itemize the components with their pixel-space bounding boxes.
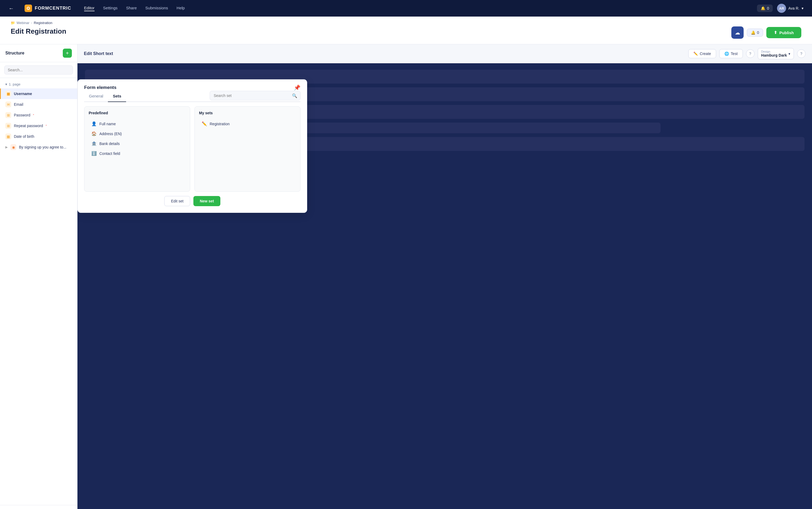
my-sets-column: My sets ✏️ Registration (195, 106, 301, 192)
set-item-registration[interactable]: ✏️ Registration (199, 119, 296, 129)
sidebar-item-label: Email (14, 102, 23, 107)
sidebar-content: ▾ 1. page ▦ Username ✉ Email ⊞ Password … (0, 78, 77, 505)
sidebar-bottom: 📄 Add page (0, 505, 77, 509)
back-button[interactable]: ← (8, 6, 14, 11)
breadcrumb-folder-icon: 📁 (11, 21, 15, 25)
logo-icon (25, 4, 32, 12)
sidebar-title: Structure (5, 51, 24, 56)
tab-sets[interactable]: Sets (108, 92, 126, 102)
sets-columns: Predefined 👤 Full name 🏠 Address (EN) 🏦 … (78, 102, 307, 196)
publish-label: Publish (779, 30, 794, 35)
dob-icon: ▦ (5, 134, 11, 139)
chevron-down-icon-page: ▾ (5, 82, 7, 86)
sidebar-item-terms[interactable]: ▶ ◉ By signing up you agree to... (0, 142, 77, 152)
search-set-input[interactable] (210, 91, 301, 100)
nav-editor[interactable]: Editor (84, 6, 95, 11)
test-button[interactable]: 🌐 Test (719, 49, 743, 58)
form-elements-panel: Form elements 📌 General Sets 🔍 (77, 79, 307, 213)
editor-toolbar-title: Edit Short text (84, 51, 113, 56)
notification-button[interactable]: 🔔 0 (757, 4, 773, 12)
user-name: Ava R. (788, 6, 800, 10)
help-button-2[interactable]: ? (797, 49, 806, 58)
set-item-fullname[interactable]: 👤 Full name (89, 119, 185, 129)
pencil-icon: ✏️ (202, 121, 207, 126)
panel-header: Form elements 📌 (78, 79, 307, 91)
page-label-text: 1. page (9, 82, 20, 86)
sidebar-add-button[interactable]: + (63, 48, 72, 58)
sidebar: Structure + ▾ 1. page ▦ Username ✉ Email… (0, 44, 77, 509)
set-item-label: Contact field (99, 151, 120, 156)
required-indicator: * (33, 114, 34, 117)
publish-button[interactable]: ⬆ Publish (766, 27, 801, 38)
page-title: Edit Registration (11, 27, 66, 40)
bank-icon: 🏦 (91, 141, 97, 146)
editor-toolbar: Edit Short text ✏️ Create 🌐 Test ? Desig… (77, 44, 812, 63)
nav-help[interactable]: Help (176, 6, 185, 11)
create-label: Create (700, 52, 711, 56)
pencil-icon: ✏️ (693, 52, 698, 56)
nav-links: Editor Settings Share Submissions Help (84, 6, 185, 11)
sidebar-item-password[interactable]: ⊞ Password * (0, 110, 77, 121)
breadcrumb: 📁 Webinar › Registration (11, 21, 801, 25)
sidebar-item-email[interactable]: ✉ Email (0, 99, 77, 110)
app-logo: FORMCENTRIC (25, 4, 71, 12)
my-sets-title: My sets (199, 111, 296, 115)
design-label-small: Design (761, 50, 787, 53)
cloud-save-button[interactable]: ☁ (731, 27, 744, 39)
top-navigation: ← FORMCENTRIC Editor Settings Share Subm… (0, 0, 812, 16)
info-icon: ℹ️ (91, 151, 97, 156)
nav-right: 🔔 0 AR Ava R. ▾ (757, 4, 804, 13)
breadcrumb-current: Registration (34, 21, 53, 25)
create-button[interactable]: ✏️ Create (688, 49, 716, 58)
username-icon: ▦ (5, 91, 11, 97)
nav-share[interactable]: Share (126, 6, 137, 11)
sidebar-item-dob[interactable]: ▦ Date of birth (0, 131, 77, 142)
svg-point-2 (28, 7, 29, 9)
home-icon: 🏠 (91, 131, 97, 136)
person-icon: 👤 (91, 121, 97, 126)
bell-icon-2: 🔔 (751, 30, 755, 35)
avatar: AR (777, 4, 786, 13)
design-label-main: Hamburg Dark (761, 53, 787, 58)
terms-icon: ◉ (10, 144, 16, 150)
sidebar-item-label: Repeat password (14, 124, 43, 128)
breadcrumb-separator: › (31, 21, 32, 25)
new-set-button[interactable]: New set (193, 196, 221, 206)
set-item-label: Registration (210, 122, 230, 126)
panel-tabs: General Sets (84, 92, 126, 101)
sidebar-header: Structure + (0, 44, 77, 62)
edit-set-button[interactable]: Edit set (164, 196, 190, 206)
cloud-icon: ☁ (735, 29, 740, 36)
sidebar-search-area (0, 62, 77, 78)
tab-general[interactable]: General (84, 92, 108, 102)
sidebar-item-username[interactable]: ▦ Username (0, 89, 77, 99)
nav-submissions[interactable]: Submissions (145, 6, 168, 11)
page-label: ▾ 1. page (0, 81, 77, 89)
notif-count-2: 0 (757, 30, 759, 35)
bell-icon: 🔔 (761, 6, 765, 10)
email-icon: ✉ (5, 101, 11, 107)
user-menu[interactable]: AR Ava R. ▾ (777, 4, 804, 13)
upload-icon: ⬆ (774, 30, 777, 35)
sidebar-item-label: Date of birth (14, 134, 34, 139)
sidebar-item-repeat-password[interactable]: ⊞ Repeat password * (0, 121, 77, 131)
notification-button-2[interactable]: 🔔 0 (747, 29, 763, 37)
set-item-bank[interactable]: 🏦 Bank details (89, 139, 185, 148)
set-item-label: Bank details (99, 141, 120, 146)
nav-settings[interactable]: Settings (103, 6, 117, 11)
globe-icon: 🌐 (724, 52, 729, 56)
help-button[interactable]: ? (746, 49, 754, 58)
sidebar-search-input[interactable] (4, 65, 73, 74)
editor-area: Edit Short text ✏️ Create 🌐 Test ? Desig… (77, 44, 812, 509)
chevron-down-icon-design: ▾ (788, 52, 790, 56)
predefined-title: Predefined (89, 111, 185, 115)
design-selector[interactable]: Design Hamburg Dark ▾ (758, 48, 794, 59)
app-name: FORMCENTRIC (35, 6, 71, 11)
panel-footer: Edit set New set (78, 196, 307, 206)
set-item-address[interactable]: 🏠 Address (EN) (89, 129, 185, 139)
pin-button[interactable]: 📌 (294, 84, 301, 91)
sidebar-item-label: Username (14, 92, 32, 96)
password-icon: ⊞ (5, 112, 11, 118)
set-item-contact[interactable]: ℹ️ Contact field (89, 148, 185, 158)
breadcrumb-parent[interactable]: Webinar (16, 21, 29, 25)
